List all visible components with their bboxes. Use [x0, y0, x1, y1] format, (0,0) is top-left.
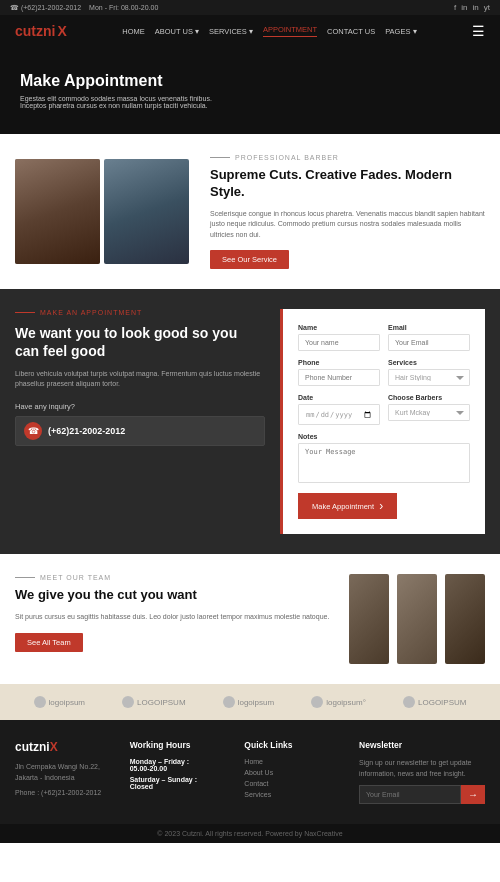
- barber-images: [15, 159, 195, 264]
- name-input[interactable]: [298, 334, 380, 351]
- hero-section: Make Appointment Egestas elit commodo so…: [0, 47, 500, 134]
- footer-link-about[interactable]: About Us: [244, 769, 339, 776]
- social-in[interactable]: in: [461, 3, 467, 12]
- appointment-section: MAKE AN APPOINTMENT We want you to look …: [0, 289, 500, 554]
- topbar-phone: ☎ (+62)21-2002-2012: [10, 4, 81, 12]
- logo-2: LOGOIPSUM: [122, 696, 185, 708]
- date-label: Date: [298, 394, 380, 401]
- services-label: Services: [388, 359, 470, 366]
- see-all-team-button[interactable]: See All Team: [15, 633, 83, 652]
- inquiry-box: Have any inquiry? ☎ (+62)21-2002-2012: [15, 402, 265, 446]
- footer-address: Jln Cempaka Wangi No.22, Jakarta - Indon…: [15, 762, 110, 783]
- footer-weekday-time: 05.00-20.00: [130, 765, 167, 772]
- team-tag: MEET OUR TEAM: [15, 574, 329, 581]
- notes-label: Notes: [298, 433, 470, 440]
- social-fb[interactable]: f: [454, 3, 456, 12]
- date-group: Date: [298, 394, 380, 425]
- navbar: cutzniX HOME ABOUT US ▾ SERVICES ▾ APPOI…: [0, 15, 500, 47]
- barber-image-1: [15, 159, 100, 264]
- logo-text: cutzni: [15, 23, 55, 39]
- footer-links-title: Quick Links: [244, 740, 339, 750]
- phone-number: (+62)21-2002-2012: [48, 426, 125, 436]
- form-row-name-email: Name Email: [298, 324, 470, 351]
- logo-label-1: logoipsum: [49, 698, 85, 707]
- team-member-3: [445, 574, 485, 664]
- form-row-date-barbers: Date Choose Barbers Kurt Mckay John Doe …: [298, 394, 470, 425]
- footer-brand: cutzniX Jln Cempaka Wangi No.22, Jakarta…: [15, 740, 110, 804]
- barbers-select[interactable]: Kurt Mckay John Doe Mike Smith: [388, 404, 470, 421]
- footer-newsletter-title: Newsletter: [359, 740, 485, 750]
- phone-label: Phone: [298, 359, 380, 366]
- email-input[interactable]: [388, 334, 470, 351]
- barber-text: PROFESSIONAL BARBER Supreme Cuts. Creati…: [210, 154, 485, 269]
- footer-hours-weekend: Saturday – Sunday : Closed: [130, 776, 225, 790]
- footer-hours-weekday: Monday – Friday : 05.00-20.00: [130, 758, 225, 772]
- barbers-group: Choose Barbers Kurt Mckay John Doe Mike …: [388, 394, 470, 425]
- make-appointment-button[interactable]: Make Appointment: [298, 493, 397, 519]
- appointment-form: Name Email Phone Services Hair Styling H…: [280, 309, 485, 534]
- logo-icon-3: [223, 696, 235, 708]
- barber-image-2: [104, 159, 189, 264]
- footer-links-list: Home About Us Contact Services: [244, 758, 339, 798]
- date-input[interactable]: [298, 404, 380, 425]
- logo-5: LOGOIPSUM: [403, 696, 466, 708]
- social-yt[interactable]: yt: [484, 3, 490, 12]
- nav-appointment[interactable]: APPOINTMENT: [263, 25, 317, 37]
- barbers-label: Choose Barbers: [388, 394, 470, 401]
- team-photo-3: [445, 574, 485, 664]
- email-label: Email: [388, 324, 470, 331]
- footer-hours: Working Hours Monday – Friday : 05.00-20…: [130, 740, 225, 804]
- footer-hours-list: Monday – Friday : 05.00-20.00 Saturday –…: [130, 758, 225, 790]
- logo-icon-4: [311, 696, 323, 708]
- footer-newsletter-desc: Sign up our newsletter to get update inf…: [359, 758, 485, 779]
- team-left: MEET OUR TEAM We give you the cut you wa…: [15, 574, 329, 651]
- name-label: Name: [298, 324, 380, 331]
- hamburger-icon[interactable]: ☰: [472, 23, 485, 39]
- nav-about[interactable]: ABOUT US ▾: [155, 27, 199, 36]
- logo-accent: X: [57, 23, 66, 39]
- team-section: MEET OUR TEAM We give you the cut you wa…: [0, 554, 500, 684]
- copyright-text: © 2023 Cutzni. All rights reserved. Powe…: [157, 830, 342, 837]
- footer-link-contact[interactable]: Contact: [244, 780, 339, 787]
- logo-label-5: LOGOIPSUM: [418, 698, 466, 707]
- barber-photo-1: [15, 159, 100, 264]
- footer-bottom: © 2023 Cutzni. All rights reserved. Powe…: [0, 824, 500, 843]
- newsletter-email-input[interactable]: [359, 785, 461, 804]
- nav-services[interactable]: SERVICES ▾: [209, 27, 253, 36]
- logo-label-2: LOGOIPSUM: [137, 698, 185, 707]
- footer-weekend-time: Closed: [130, 783, 153, 790]
- logo-icon-1: [34, 696, 46, 708]
- footer-logo: cutzniX: [15, 740, 110, 754]
- phone-box[interactable]: ☎ (+62)21-2002-2012: [15, 416, 265, 446]
- nav-contact[interactable]: CONTACT US: [327, 27, 375, 36]
- appointment-left: MAKE AN APPOINTMENT We want you to look …: [15, 309, 265, 534]
- logo-1: logoipsum: [34, 696, 85, 708]
- form-row-phone-services: Phone Services Hair Styling Hair Cut Sha…: [298, 359, 470, 386]
- footer-phone: Phone : (+62)21-2002-2012: [15, 788, 110, 799]
- topbar-hours: Mon - Fri: 08.00-20.00: [89, 4, 158, 12]
- barber-photo-2: [104, 159, 189, 264]
- social-in2[interactable]: in: [473, 3, 479, 12]
- notes-group: Notes: [298, 433, 470, 485]
- nav-pages[interactable]: PAGES ▾: [385, 27, 416, 36]
- footer-weekend-label: Saturday – Sunday :: [130, 776, 197, 783]
- logo-icon-2: [122, 696, 134, 708]
- barber-tag: PROFESSIONAL BARBER: [210, 154, 485, 161]
- newsletter-submit-button[interactable]: →: [461, 785, 485, 804]
- notes-textarea[interactable]: [298, 443, 470, 483]
- nav-home[interactable]: HOME: [122, 27, 145, 36]
- see-service-button[interactable]: See Our Service: [210, 250, 289, 269]
- inquiry-label: Have any inquiry?: [15, 402, 265, 411]
- footer-link-services[interactable]: Services: [244, 791, 339, 798]
- barber-section: PROFESSIONAL BARBER Supreme Cuts. Creati…: [0, 134, 500, 289]
- site-logo[interactable]: cutzniX: [15, 23, 67, 39]
- phone-input[interactable]: [298, 369, 380, 386]
- footer-links: Quick Links Home About Us Contact Servic…: [244, 740, 339, 804]
- logo-4: logoipsum°: [311, 696, 366, 708]
- email-group: Email: [388, 324, 470, 351]
- services-select[interactable]: Hair Styling Hair Cut Shaving Beard Trim: [388, 369, 470, 386]
- footer-link-home[interactable]: Home: [244, 758, 339, 765]
- logo-3: logoipsum: [223, 696, 274, 708]
- logo-icon-5: [403, 696, 415, 708]
- appointment-tag: MAKE AN APPOINTMENT: [15, 309, 265, 316]
